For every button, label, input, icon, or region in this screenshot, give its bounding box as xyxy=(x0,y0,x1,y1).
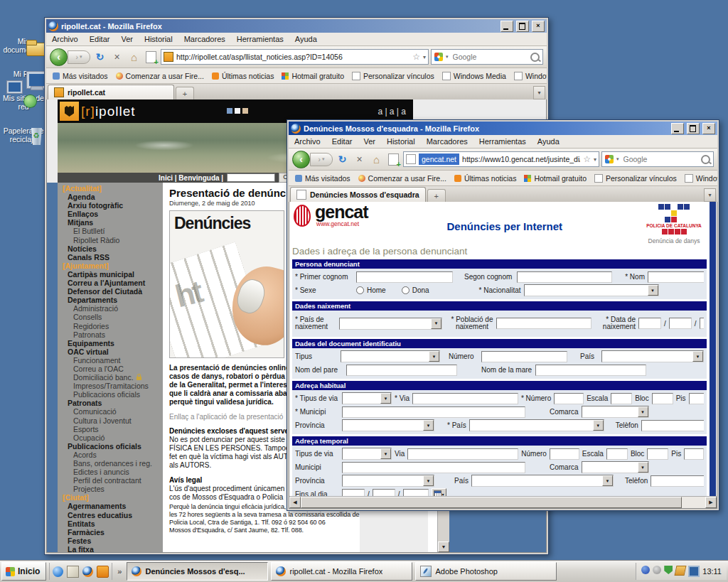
sidebar-item[interactable]: Correu a l'OAC xyxy=(63,365,163,373)
horizontal-scrollbar[interactable]: ◀ ▶ xyxy=(289,496,717,508)
tray-icon[interactable] xyxy=(675,566,687,576)
titlebar[interactable]: Denúncies Mossos d'esquadra - Mozilla Fi… xyxy=(289,122,717,135)
sidebar-item[interactable]: Funcionament xyxy=(63,356,163,365)
data-naixement-mes-input[interactable] xyxy=(669,318,692,329)
comarca-temporal-select[interactable]: ▼ xyxy=(582,461,649,473)
sidebar-item[interactable]: Farmàcies xyxy=(63,528,163,537)
tray-icon[interactable] xyxy=(664,566,673,574)
telefon-input[interactable] xyxy=(641,420,704,431)
telefon-temporal-input[interactable] xyxy=(651,475,704,487)
bookmark-item[interactable]: Personalizar vínculos xyxy=(591,174,680,183)
maximize-button[interactable] xyxy=(687,123,700,134)
numero-input[interactable] xyxy=(554,393,584,404)
quick-launch-icon[interactable] xyxy=(97,566,109,578)
tray-icon[interactable] xyxy=(653,566,661,574)
nom-pare-input[interactable] xyxy=(346,365,457,376)
numero-document-input[interactable] xyxy=(481,351,567,362)
taskbar-window-button[interactable]: ripollet.cat - Mozilla Firefox xyxy=(271,562,412,581)
sidebar-item[interactable]: Centres educatius xyxy=(63,511,163,519)
refresh-button[interactable]: ↻ xyxy=(92,50,107,65)
quick-launch-icon[interactable] xyxy=(67,566,79,578)
address-url[interactable]: https://www10.gencat.net/jusinte_di/AppJ… xyxy=(462,155,580,163)
site-search-input[interactable] xyxy=(227,173,275,182)
pais-document-select[interactable]: ▼ xyxy=(601,350,704,362)
stop-button[interactable]: × xyxy=(109,50,124,65)
tab-list-button[interactable]: ▾ xyxy=(533,86,545,99)
sidebar-item[interactable]: Cultura i Joventut xyxy=(63,416,163,425)
sidebar-item[interactable]: Cartipàs municipal xyxy=(63,270,163,279)
sidebar-item[interactable]: Projectes xyxy=(63,485,163,493)
pais-select[interactable]: ▼ xyxy=(469,419,604,431)
tray-icon[interactable] xyxy=(641,566,650,574)
via-temporal-input[interactable] xyxy=(407,448,518,460)
quick-launch-overflow-icon[interactable]: » xyxy=(115,567,124,576)
sidebar-item[interactable]: Patronats xyxy=(63,399,163,407)
new-tab-button[interactable]: + xyxy=(427,189,446,202)
menu-item[interactable]: Marcadores xyxy=(178,35,231,43)
sidebar-item[interactable]: El Butlletí xyxy=(63,227,163,235)
desktop-icon[interactable]: Papelera de reciclaje xyxy=(3,126,44,144)
address-dropdown-icon[interactable]: ▾ xyxy=(423,54,426,60)
pis-input[interactable] xyxy=(689,393,704,404)
new-tab-button[interactable]: + xyxy=(176,87,194,99)
sidebar-item[interactable]: [Ajuntament] xyxy=(63,262,163,270)
search-box[interactable]: ▾ xyxy=(601,151,714,167)
sidebar-item[interactable]: Entitats xyxy=(63,519,163,528)
sidebar-item[interactable]: Acords xyxy=(63,451,163,459)
escala-temporal-input[interactable] xyxy=(606,448,628,460)
sidebar-item[interactable]: Agenda xyxy=(63,193,163,201)
sidebar-item[interactable]: [Actualitat] xyxy=(63,184,163,193)
sidebar-item[interactable]: Domiciliació banc. xyxy=(63,373,163,382)
pais-naixement-select[interactable]: ▼ xyxy=(339,318,442,330)
menu-item[interactable]: Ayuda xyxy=(289,35,323,43)
sidebar-item[interactable]: Canals RSS xyxy=(63,253,163,262)
pis-temporal-input[interactable] xyxy=(684,448,704,460)
desktop-icon[interactable]: Mis documentos xyxy=(3,37,44,54)
sidebar-item[interactable]: Notícies xyxy=(63,244,163,253)
titlebar[interactable]: ripollet.cat - Mozilla Firefox × xyxy=(46,19,547,33)
taskbar-window-button[interactable]: Adobe Photoshop xyxy=(415,562,557,581)
gencat-brand[interactable]: gencat www.gencat.net xyxy=(315,203,368,227)
magnifier-icon[interactable] xyxy=(530,53,540,62)
new-page-button[interactable] xyxy=(144,50,159,65)
close-button[interactable]: × xyxy=(532,21,545,32)
tab-denuncies[interactable]: Denúncies Mossos d'esquadra xyxy=(290,187,426,202)
address-bar[interactable]: gencat.net https://www10.gencat.net/jusi… xyxy=(403,151,599,167)
back-button[interactable]: ‹ xyxy=(50,48,68,66)
sidebar-item[interactable]: Consells xyxy=(63,313,163,321)
bloc-input[interactable] xyxy=(652,393,673,404)
comarca-select[interactable]: ▼ xyxy=(582,406,649,418)
tab-list-button[interactable]: ▾ xyxy=(704,188,716,202)
font-size-links[interactable]: a | a | a xyxy=(378,107,413,117)
tray-icon[interactable] xyxy=(688,566,700,577)
sidebar-item[interactable]: Departaments xyxy=(63,296,163,304)
forward-button[interactable]: ›▾ xyxy=(68,50,90,64)
via-input[interactable] xyxy=(412,393,518,404)
menu-item[interactable]: Historial xyxy=(139,35,178,43)
search-input[interactable] xyxy=(622,154,698,164)
bookmark-item[interactable]: Hotmail gratuito xyxy=(520,174,590,183)
bookmark-star-icon[interactable]: ☆ xyxy=(412,52,420,62)
scroll-right-button[interactable]: ▶ xyxy=(705,497,717,508)
bookmark-item[interactable]: Comenzar a usar Fire... xyxy=(112,72,208,80)
menu-item[interactable]: Ver xyxy=(358,137,381,146)
menu-item[interactable]: Ver xyxy=(115,35,139,43)
sidebar-item[interactable]: Comunicació xyxy=(63,407,163,416)
start-button[interactable]: Inicio xyxy=(1,562,46,581)
maximize-button[interactable] xyxy=(516,21,529,32)
sexe-home-radio[interactable] xyxy=(356,286,364,294)
nom-input[interactable] xyxy=(648,271,704,283)
menu-item[interactable]: Historial xyxy=(381,137,421,146)
minimize-button[interactable] xyxy=(500,21,513,32)
menu-item[interactable]: Archivo xyxy=(289,137,326,146)
data-naixement-dia-input[interactable] xyxy=(638,318,661,329)
search-box[interactable]: ▾ xyxy=(431,49,543,65)
bookmark-item[interactable]: Últimas noticias xyxy=(208,72,278,80)
stop-button[interactable]: × xyxy=(352,152,367,167)
forward-button[interactable]: ›▾ xyxy=(310,153,333,166)
sidebar-item[interactable]: Publicacions oficials xyxy=(63,390,163,399)
menu-item[interactable]: Editar xyxy=(84,35,116,43)
bookmark-item[interactable]: Windows Media xyxy=(681,174,717,183)
menu-item[interactable]: Marcadores xyxy=(421,137,473,146)
address-url[interactable]: http://ripollet.cat/asp/llistat_noticies… xyxy=(176,53,410,61)
